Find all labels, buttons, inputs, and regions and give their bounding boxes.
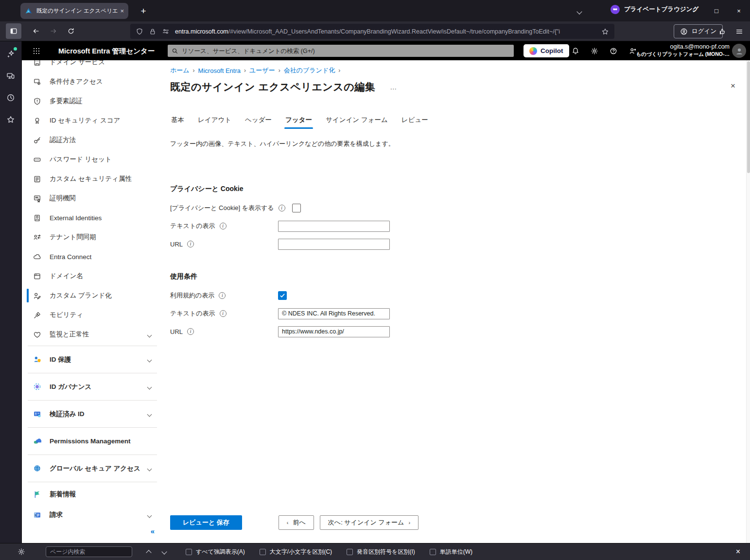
find-option-checkbox[interactable] [186,549,192,555]
tab-item[interactable]: レイアウト [197,116,232,129]
find-option[interactable]: 単語単位(W) [430,548,472,556]
sidebar-item[interactable]: カスタム ブランド化 [22,286,163,305]
portal-search[interactable] [168,45,514,57]
terms-url-input[interactable] [278,326,390,337]
sidebar-item[interactable]: 新着情報 [22,484,163,505]
divider [28,455,157,455]
history-button[interactable] [4,91,17,105]
sidebar-item[interactable]: ID 保護 [22,348,163,371]
privacy-url-input[interactable] [278,239,390,250]
sidebar-item[interactable]: ドメイン サービス [22,60,163,72]
sidebar-item[interactable]: $請求 [22,505,163,525]
back-button[interactable] [28,23,44,39]
settings-button[interactable] [585,41,604,60]
previous-button[interactable]: ‹ 前へ [279,515,314,530]
app-launcher-button[interactable] [30,45,43,57]
sidebar-item[interactable]: ID ガバナンス [22,375,163,399]
sidebar-item[interactable]: 証明機関 [22,189,163,208]
browser-tab[interactable]: 既定のサインイン エクスペリエンスの編 × [20,3,128,19]
sidebar-item[interactable]: 検証済み ID [22,402,163,426]
firefox-sidebar-strip [0,41,22,543]
find-option[interactable]: 大文字/小文字を区別(C) [260,548,332,556]
synced-tabs-button[interactable] [4,69,17,83]
find-option-checkbox[interactable] [430,549,436,555]
find-previous-button[interactable] [144,549,154,555]
extensions-button[interactable] [715,24,729,39]
sidebar-item[interactable]: 監視と正常性 [22,325,163,344]
bookmark-star-icon[interactable] [601,28,609,35]
url-bar[interactable]: entra.microsoft.com/#view/Microsoft_AAD_… [130,24,614,39]
breadcrumb-link[interactable]: Microsoft Entra [198,67,241,74]
close-panel-button[interactable]: × [731,82,735,90]
settings-gear-icon[interactable] [17,548,25,556]
close-window-button[interactable]: × [728,0,750,21]
info-icon[interactable]: i [220,310,227,317]
find-in-page-input[interactable] [46,546,132,557]
breadcrumb-link[interactable]: ホーム [170,66,190,75]
sidebar-item[interactable]: Permissions Management [22,429,163,453]
minimize-button[interactable]: − [683,0,705,21]
more-actions-button[interactable]: … [390,83,398,91]
privacy-show-checkbox[interactable] [292,204,301,212]
tab-item[interactable]: レビュー [401,116,429,129]
scrollbar[interactable] [746,60,750,543]
copilot-button[interactable]: Copilot [523,44,569,57]
privacy-display-text-input[interactable] [278,221,390,232]
sidebar-item-label: モビリティ [50,311,83,319]
lock-icon[interactable] [149,28,157,35]
scrollbar-thumb[interactable] [747,61,750,173]
list-all-tabs-button[interactable] [577,7,581,16]
tab-item[interactable]: 基本 [170,116,185,129]
tab-close-icon[interactable]: × [120,7,124,15]
ai-chatbot-button[interactable] [4,47,17,61]
sidebar-item[interactable]: パスワード リセット [22,150,163,169]
avatar[interactable] [732,44,746,58]
next-signin-form-button[interactable]: 次へ: サインイン フォーム › [320,515,419,530]
find-option[interactable]: 発音区別符号を区別(I) [347,548,415,556]
info-icon[interactable]: i [220,223,227,229]
find-option-checkbox[interactable] [347,549,353,555]
sidebar-item[interactable]: テナント間同期 [22,228,163,247]
info-icon[interactable]: i [187,241,194,247]
find-close-button[interactable]: × [736,547,740,556]
reload-button[interactable] [63,23,79,39]
tab-item[interactable]: サインイン フォーム [325,116,389,129]
sidebar-toggle-button[interactable] [6,23,21,39]
terms-show-checkbox[interactable] [278,291,287,300]
help-button[interactable] [604,41,623,60]
permissions-icon[interactable] [162,28,170,35]
sidebar-item[interactable]: 認証方法 [22,130,163,150]
search-icon [172,48,178,54]
app-menu-button[interactable] [732,24,747,39]
breadcrumb-link[interactable]: ユーザー [249,66,275,75]
portal-search-input[interactable] [182,48,510,54]
sidebar-item[interactable]: ドメイン名 [22,266,163,286]
sidebar-item[interactable]: グローバル セキュア アクセス [22,456,163,480]
sidebar-item[interactable]: ID セキュリティ スコア [22,111,163,130]
terms-display-text-input[interactable] [278,308,390,319]
find-option-checkbox[interactable] [260,549,266,555]
info-icon[interactable]: i [187,328,194,335]
breadcrumb-link[interactable]: 会社のブランド化 [284,66,335,75]
review-save-button[interactable]: レビューと 保存 [170,515,242,530]
find-option[interactable]: すべて強調表示(A) [186,548,245,556]
info-icon[interactable]: i [219,292,226,299]
maximize-button[interactable]: □ [705,0,728,21]
tab-item[interactable]: ヘッダー [244,116,273,129]
sidebar-item[interactable]: Entra Connect [22,247,163,266]
sidebar-item[interactable]: External Identities [22,208,163,228]
sidebar-item[interactable]: モビリティ [22,305,163,325]
sidebar-item[interactable]: 多要素認証 [22,91,163,111]
new-tab-button[interactable]: + [136,4,151,18]
info-icon[interactable]: i [279,205,285,211]
sidebar-item[interactable]: 条件付きアクセス [22,72,163,91]
sidebar-item[interactable]: カスタム セキュリティ属性 [22,169,163,189]
notifications-button[interactable] [566,41,585,60]
account-info[interactable]: ogita.s@mono-pf.com ものづくりプラットフォーム (MONO-… [636,43,730,57]
shield-icon[interactable] [136,28,143,35]
tab-active-item[interactable]: フッター [284,116,313,129]
collapse-nav-button[interactable]: « [22,525,163,537]
bookmarks-button[interactable] [4,113,17,126]
find-next-button[interactable] [159,550,169,554]
forward-button[interactable] [46,23,61,39]
